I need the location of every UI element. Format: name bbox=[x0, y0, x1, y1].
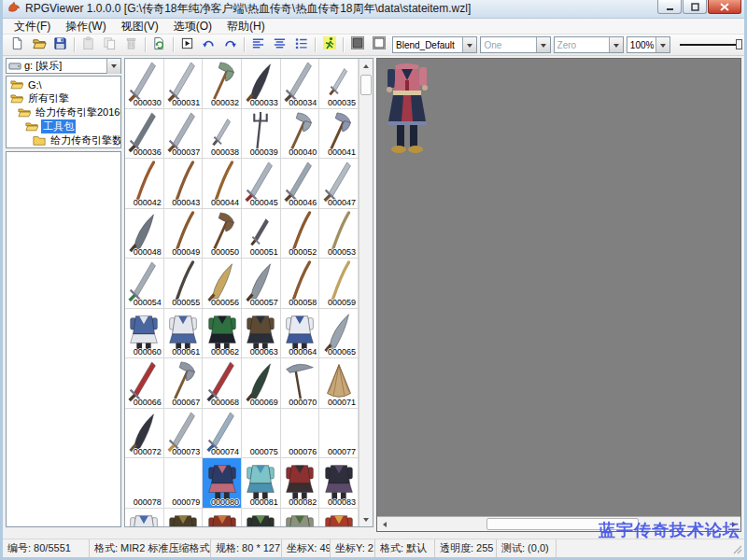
grid-cell[interactable]: 000049 bbox=[164, 209, 204, 259]
drive-combobox[interactable]: g: [娱乐] bbox=[6, 58, 121, 74]
grid-cell[interactable]: 000030 bbox=[125, 59, 164, 109]
grid-cell[interactable]: 000038 bbox=[203, 109, 242, 160]
grid-cell[interactable]: 000082 bbox=[281, 458, 320, 509]
menu-item-4[interactable]: 帮助(H) bbox=[219, 18, 273, 35]
grid-cell[interactable]: 000032 bbox=[203, 59, 242, 109]
grid-cell[interactable]: 000087 bbox=[242, 509, 281, 527]
list-view-button[interactable] bbox=[290, 35, 312, 55]
align-center-button[interactable] bbox=[269, 35, 290, 55]
grid-cell[interactable]: 000052 bbox=[281, 209, 320, 259]
tree-item-1[interactable]: 所有引擎 bbox=[7, 91, 120, 105]
grid-cell[interactable]: 000066 bbox=[125, 358, 164, 409]
zoom-select[interactable]: 100% bbox=[627, 36, 671, 53]
grid-cell[interactable]: 000051 bbox=[242, 209, 281, 259]
grid-cell[interactable]: 000071 bbox=[319, 358, 359, 409]
grid-cell[interactable]: 000053 bbox=[319, 209, 359, 259]
scroll-thumb[interactable] bbox=[360, 75, 372, 95]
file-list-panel[interactable] bbox=[6, 151, 121, 527]
menu-item-1[interactable]: 操作(W) bbox=[58, 18, 113, 35]
grid-cell[interactable]: 000061 bbox=[164, 309, 204, 359]
white-background-button[interactable] bbox=[368, 35, 389, 55]
new-document-button[interactable] bbox=[7, 35, 28, 55]
preview-panel[interactable] bbox=[376, 58, 741, 532]
menu-item-0[interactable]: 文件(F) bbox=[7, 18, 58, 35]
grid-cell[interactable]: 000031 bbox=[164, 59, 204, 109]
align-left-button[interactable] bbox=[247, 35, 269, 55]
undo-button[interactable] bbox=[198, 35, 219, 55]
grid-cell[interactable]: 000065 bbox=[319, 309, 359, 359]
tree-item-3[interactable]: 工具包 bbox=[7, 119, 120, 133]
grid-cell[interactable]: 000078 bbox=[125, 458, 164, 509]
open-file-button[interactable] bbox=[28, 35, 49, 55]
scroll-left-button[interactable] bbox=[377, 517, 391, 531]
grid-cell[interactable]: 000062 bbox=[203, 309, 242, 359]
grid-cell[interactable]: 000083 bbox=[319, 458, 359, 509]
grid-cell[interactable]: 000039 bbox=[242, 109, 281, 160]
grid-cell[interactable]: 000068 bbox=[203, 358, 242, 409]
save-button[interactable] bbox=[49, 35, 71, 55]
grid-cell[interactable]: 000040 bbox=[281, 109, 320, 160]
grid-cell[interactable]: 000081 bbox=[242, 458, 281, 509]
scroll-down-button[interactable] bbox=[359, 512, 373, 526]
tree-item-2[interactable]: 给力传奇引擎20160201 bbox=[7, 105, 120, 119]
grid-cell-selected[interactable]: 000080 bbox=[203, 458, 242, 509]
grid-cell[interactable]: 000085 bbox=[164, 509, 204, 527]
tree-item-0[interactable]: G:\ bbox=[7, 77, 120, 91]
grid-cell[interactable]: 000088 bbox=[281, 509, 320, 527]
grid-cell[interactable]: 000074 bbox=[203, 409, 242, 459]
redo-button[interactable] bbox=[219, 35, 241, 55]
copy-button[interactable] bbox=[99, 35, 120, 55]
grid-cell[interactable]: 000055 bbox=[164, 259, 204, 309]
delete-button[interactable] bbox=[120, 35, 142, 55]
blend-mode-select[interactable]: Blend_Default bbox=[392, 36, 477, 53]
grid-cell[interactable]: 000059 bbox=[319, 259, 359, 309]
grid-cell[interactable]: 000056 bbox=[203, 259, 242, 309]
grid-cell[interactable]: 000070 bbox=[281, 358, 320, 409]
menu-item-3[interactable]: 选项(O) bbox=[166, 18, 219, 35]
play-frame-button[interactable] bbox=[176, 35, 198, 55]
grid-cell[interactable]: 000033 bbox=[242, 59, 281, 109]
slider-handle[interactable] bbox=[736, 39, 742, 49]
grid-cell[interactable]: 000050 bbox=[203, 209, 242, 259]
dark-background-button[interactable] bbox=[346, 35, 368, 55]
grid-cell[interactable]: 000076 bbox=[281, 409, 320, 459]
grid-cell[interactable]: 000069 bbox=[242, 358, 281, 409]
grid-cell[interactable]: 000054 bbox=[125, 259, 164, 309]
grid-cell[interactable]: 000045 bbox=[242, 159, 281, 209]
grid-cell[interactable]: 000041 bbox=[319, 109, 359, 160]
grid-cell[interactable]: 000042 bbox=[125, 159, 164, 209]
grid-cell[interactable]: 000037 bbox=[164, 109, 204, 160]
close-button[interactable] bbox=[708, 0, 741, 14]
grid-cell[interactable]: 000079 bbox=[164, 458, 204, 509]
grid-cell[interactable]: 000060 bbox=[125, 309, 164, 359]
grid-cell[interactable]: 000034 bbox=[281, 59, 320, 109]
grid-cell[interactable]: 000072 bbox=[125, 409, 164, 459]
src-blend-select[interactable]: One bbox=[480, 36, 550, 53]
grid-cell[interactable]: 000063 bbox=[242, 309, 281, 359]
grid-cell[interactable]: 000073 bbox=[164, 409, 204, 459]
export-convert-button[interactable] bbox=[148, 35, 170, 55]
maximize-button[interactable] bbox=[683, 0, 707, 14]
grid-cell[interactable]: 000089 bbox=[319, 509, 359, 527]
paste-button[interactable] bbox=[78, 35, 99, 55]
dst-blend-select[interactable]: Zero bbox=[554, 36, 624, 53]
grid-cell[interactable]: 000047 bbox=[319, 159, 359, 209]
grid-cell[interactable]: 000043 bbox=[164, 159, 204, 209]
zoom-slider[interactable] bbox=[680, 38, 740, 51]
grid-cell[interactable]: 000084 bbox=[125, 509, 164, 527]
grid-cell[interactable]: 000075 bbox=[242, 409, 281, 459]
grid-cell[interactable]: 000036 bbox=[125, 109, 164, 160]
grid-cell[interactable]: 000067 bbox=[164, 358, 204, 409]
grid-cell[interactable]: 000077 bbox=[319, 409, 359, 459]
grid-cell[interactable]: 000035 bbox=[319, 59, 359, 109]
grid-cell[interactable]: 000064 bbox=[281, 309, 320, 359]
grid-cell[interactable]: 000058 bbox=[281, 259, 320, 309]
scroll-up-button[interactable] bbox=[359, 59, 373, 73]
grid-vertical-scrollbar[interactable] bbox=[359, 59, 373, 526]
minimize-button[interactable] bbox=[657, 0, 682, 14]
menu-item-2[interactable]: 视图(V) bbox=[114, 18, 166, 35]
grid-cell[interactable]: 000046 bbox=[281, 159, 320, 209]
grid-cell[interactable]: 000044 bbox=[203, 159, 242, 209]
grid-cell[interactable]: 000086 bbox=[203, 509, 242, 527]
grid-cell[interactable]: 000048 bbox=[125, 209, 164, 259]
